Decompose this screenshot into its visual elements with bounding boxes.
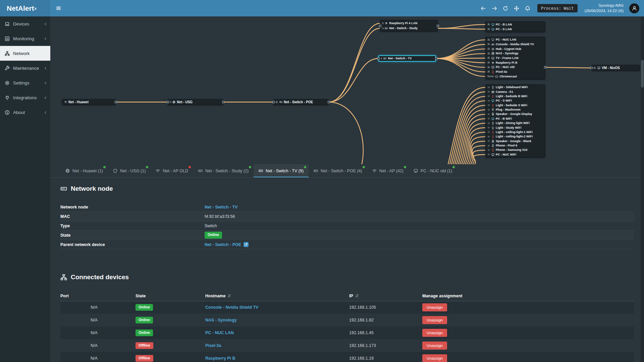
status-dot [103, 166, 106, 168]
topology-node-vm[interactable]: VM - NixOS [591, 65, 640, 71]
wifi-icon [487, 140, 490, 142]
user-avatar[interactable] [629, 3, 639, 13]
device-link[interactable]: PC - NUC LAN [205, 330, 234, 335]
topology-node-grpA[interactable]: PC - B LANPC - S LAN [485, 21, 545, 32]
status-dot [146, 166, 148, 168]
app-logo[interactable]: NetAlertx [0, 0, 50, 16]
laptop-icon [5, 21, 10, 26]
unassign-button[interactable]: Unassign [422, 354, 447, 362]
state-badge: Online [205, 232, 222, 238]
tab-pc-nuc-old-1[interactable]: PC - NUC old (1) [409, 164, 457, 177]
connector-port[interactable] [222, 101, 224, 103]
host-info: Synology-NAS (26/06/2024, 14:22:16) [585, 3, 624, 13]
wifi-icon [487, 113, 490, 116]
connector-port[interactable] [590, 67, 593, 69]
host-name: Synology-NAS [585, 3, 624, 8]
device-label: TV - Frame LAN [496, 57, 519, 60]
switch-icon [385, 27, 388, 30]
connector-port[interactable] [167, 101, 169, 103]
connector-port[interactable] [377, 57, 380, 60]
status-dot [189, 166, 191, 168]
device-label: Light - ceiling-light-2 WiFi [496, 135, 533, 138]
connector-port[interactable] [435, 57, 437, 60]
connector-port[interactable] [379, 25, 381, 27]
unassign-button[interactable]: Unassign [422, 329, 447, 337]
sidebar-item-about[interactable]: About‹ [0, 105, 50, 120]
connector-port[interactable] [328, 101, 330, 103]
network-topology-diagram[interactable]: Net - Huawei3Net - USGNet - Switch - POE… [50, 16, 644, 164]
device-link[interactable]: Pixel-3a [205, 343, 221, 348]
tab-label: PC - NUC old (1) [421, 169, 452, 173]
ethernet-icon [487, 39, 490, 41]
sort-icon[interactable] [355, 294, 359, 298]
tab-net-ap-old[interactable]: Net - AP OLD [151, 164, 193, 177]
unassign-button[interactable]: Unassign [422, 342, 447, 350]
topology-node-studybox[interactable]: 5Raspberry Pi 4 LAN3Net - Switch - Study [380, 20, 438, 32]
topology-node-grpC[interactable]: Light - Sideboard WiFiCamera - E1Light -… [485, 84, 545, 158]
refresh-icon[interactable] [503, 6, 508, 11]
globe-icon [65, 169, 70, 173]
column-header-port: Port [60, 291, 136, 301]
topology-node-poe[interactable]: Net - Switch - POE [273, 99, 329, 105]
menu-toggle-button[interactable] [50, 0, 66, 16]
monitor-icon [491, 23, 494, 26]
device-link[interactable]: Console - Nvidia Shield TV [205, 305, 258, 310]
tv-icon [491, 57, 494, 60]
connector-port[interactable] [544, 66, 546, 68]
sidebar-item-label: About [13, 110, 41, 115]
topology-node-grpB[interactable]: PC - NUC LANConsole - Nvidia Shield TVHu… [485, 37, 545, 79]
tab-net-switch-tv-9[interactable]: Net - Switch - TV (9) [254, 164, 309, 177]
state-badge: Online [136, 329, 153, 336]
tab-net-switch-study-2[interactable]: Net - Switch - Study (2) [193, 164, 254, 177]
wifi-icon [487, 100, 490, 102]
connector-port[interactable] [437, 25, 439, 27]
sidebar-item-integrations[interactable]: Integrations‹ [0, 90, 50, 105]
sidebar-item-monitoring[interactable]: Monitoring‹ [0, 31, 50, 46]
external-link-icon[interactable] [244, 242, 249, 247]
cell-manage: Unassign [422, 326, 634, 339]
nav-forward-icon[interactable] [492, 6, 497, 11]
notifications-bell-icon[interactable] [525, 6, 530, 11]
detail-row-parent-network-device: Parent network deviceNet - Switch - POE [60, 240, 634, 249]
detail-value-link[interactable]: Net - Switch - POE [205, 242, 241, 247]
sidebar-item-maintenance[interactable]: Maintenance‹ [0, 61, 50, 75]
cell-port: N/A [60, 352, 136, 362]
tab-net-switch-poe-4[interactable]: Net - Switch - POE (4) [309, 164, 367, 177]
wifi-icon [487, 117, 490, 120]
topology-node-huawei[interactable]: Net - Huawei [62, 99, 116, 105]
tab-label: Net - AP OLD [163, 169, 188, 173]
sidebar-item-network[interactable]: Network [0, 46, 50, 61]
switch-icon [198, 169, 203, 173]
status-dot [249, 166, 251, 168]
monitor-icon [491, 66, 494, 69]
cell-hostname: NAS - Synology [205, 314, 349, 326]
sort-icon[interactable] [227, 294, 231, 298]
device-label: NAS - Synology [496, 52, 519, 55]
device-link[interactable]: NAS - Synology [205, 318, 237, 322]
sidebar-item-devices[interactable]: Devices‹ [0, 16, 50, 31]
page-scrollbar[interactable] [641, 16, 644, 362]
tab-net-usg-1[interactable]: Net - USG (1) [108, 164, 151, 177]
sidebar: Devices‹Monitoring‹NetworkMaintenance‹Se… [0, 16, 50, 362]
detail-label: Network node [60, 205, 205, 209]
nav-back-icon[interactable] [481, 6, 486, 11]
sidebar-item-settings[interactable]: Settings‹ [0, 75, 50, 90]
unassign-button[interactable]: Unassign [422, 303, 447, 311]
device-row-nas-synology: N/AOnlineNAS - Synology192.168.1.82Unass… [60, 314, 634, 326]
detail-label: MAC [60, 214, 205, 219]
unassign-button[interactable]: Unassign [422, 316, 447, 324]
connector-port[interactable] [115, 101, 117, 103]
scrollbar-thumb[interactable] [641, 60, 644, 87]
pan-move-icon[interactable] [514, 6, 519, 11]
topology-node-usg[interactable]: 3Net - USG [168, 99, 223, 105]
column-header-ip[interactable]: IP [349, 291, 422, 301]
detail-value-link[interactable]: Net - Switch - TV [205, 205, 238, 209]
tab-net-ap-42[interactable]: Net - AP (42) [367, 164, 409, 177]
cell-port: N/A [60, 314, 136, 326]
topology-node-tv[interactable]: 4Net - Switch - TV [378, 55, 436, 62]
device-link[interactable]: Raspberry Pi B [205, 356, 235, 361]
switch-icon [314, 169, 318, 173]
tab-net-huawei-1[interactable]: Net - Huawei (1) [60, 164, 108, 177]
connector-port[interactable] [272, 101, 275, 103]
column-header-hostname[interactable]: Hostname [205, 291, 349, 301]
